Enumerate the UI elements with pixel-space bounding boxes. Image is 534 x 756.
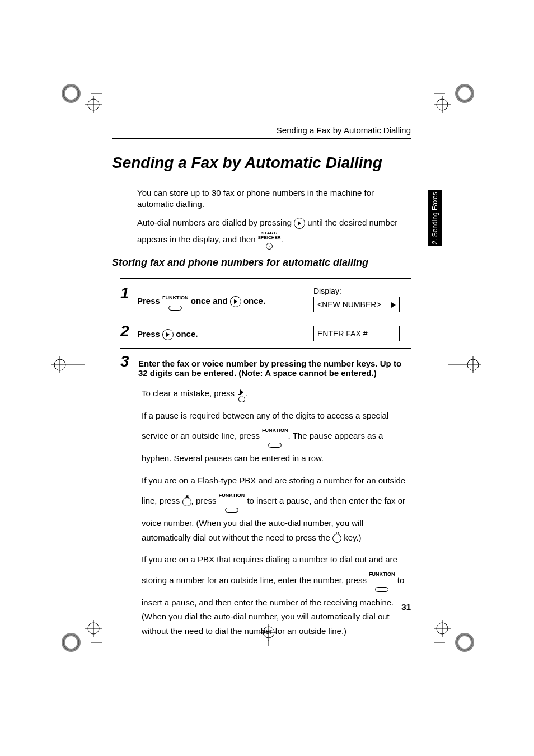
funktion-key-icon: FUNKTION <box>262 428 288 433</box>
step-3-clear-mistake: To clear a mistake, press . <box>142 386 411 401</box>
registration-mark-bottom-right <box>434 620 484 659</box>
intro-body: You can store up to 30 fax or phone numb… <box>137 187 411 250</box>
step-number-3: 3 <box>120 353 129 370</box>
step-3-flash-pbx: If you are on a Flash-type PBX and are s… <box>142 473 411 545</box>
step-3-heading: Enter the fax or voice number by pressin… <box>138 359 411 378</box>
intro-paragraph-2: Auto-dial numbers are dialled by pressin… <box>137 215 411 250</box>
start-speicher-key-icon: START/ SPEICHER ◦ <box>258 231 281 250</box>
section-rule-2 <box>120 318 411 318</box>
registration-mark-top-left <box>51 74 102 113</box>
funktion-key-icon: FUNKTION <box>162 295 189 300</box>
side-tab-sending-faxes: 2. Sending Faxes <box>428 190 442 246</box>
section-rule-1 <box>120 278 411 279</box>
svg-point-11 <box>457 86 472 101</box>
arrow-right-key-icon <box>230 296 241 307</box>
oval-button-icon <box>375 587 388 592</box>
step-3-dial-pbx: If you are on a PBX that requires dialin… <box>142 552 411 638</box>
intro-paragraph-1: You can store up to 30 fax or phone numb… <box>137 187 411 209</box>
registration-mark-bottom-left <box>51 620 102 659</box>
step-number-2: 2 <box>120 322 129 340</box>
oval-button-icon <box>268 443 282 448</box>
svg-point-1 <box>63 86 79 101</box>
registration-mark-mid-left <box>51 354 85 376</box>
step-3-pause-info: If a pause is required between any of th… <box>142 408 411 466</box>
svg-point-24 <box>63 635 79 650</box>
side-tab-label: 2. Sending Faxes <box>431 192 439 244</box>
arrow-right-key-icon <box>294 218 305 229</box>
oval-button-icon <box>168 306 182 311</box>
step-number-1: 1 <box>120 284 129 302</box>
step-3-body: To clear a mistake, press . If a pause i… <box>142 386 411 646</box>
registration-mark-mid-right <box>448 354 481 376</box>
lcd-display-text: <NEW NUMBER> <box>317 300 381 309</box>
funktion-key-icon: FUNKTION <box>369 572 395 577</box>
page-number: 31 <box>401 602 411 612</box>
arrow-right-icon <box>389 300 396 309</box>
lcd-display-step-2: ENTER FAX # <box>313 326 400 341</box>
svg-point-35 <box>457 635 472 650</box>
footer-rule <box>112 597 411 597</box>
speaker-key-icon <box>237 389 246 398</box>
arrow-right-key-icon <box>162 329 174 340</box>
r-key-icon: R <box>332 534 341 543</box>
running-head: Sending a Fax by Automatic Dialling <box>112 125 411 135</box>
funktion-key-icon: FUNKTION <box>219 493 245 498</box>
section-rule-3 <box>120 348 411 349</box>
oval-button-icon <box>225 508 238 513</box>
section-heading: Storing fax and phone numbers for automa… <box>112 257 411 269</box>
r-key-icon: R <box>182 497 191 506</box>
registration-mark-top-right <box>434 74 484 113</box>
header-rule <box>112 138 411 139</box>
lcd-display-text: ENTER FAX # <box>317 329 367 338</box>
page-title: Sending a Fax by Automatic Dialling <box>112 154 411 172</box>
lcd-display-step-1: <NEW NUMBER> <box>313 297 400 312</box>
